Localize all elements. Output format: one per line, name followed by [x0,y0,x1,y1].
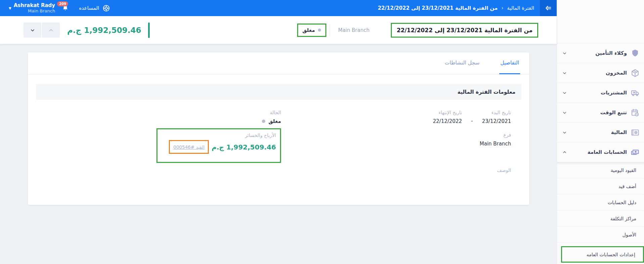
pnl-field: الأرباح والخسائر 1,992,509.46 ج.م القيد … [156,128,281,163]
sidebar-subitem-general-accounts-settings[interactable]: إعدادات الحسابات العامه [561,246,644,263]
calendar-clock-icon [631,108,640,117]
sidebar-item-label: المالية [611,129,627,135]
financial-period-card: التفاصيل سجل النشاطات معلومات الفترة الم… [28,52,529,205]
sidebar-item-purchases[interactable]: المشتريات [557,83,644,103]
general-accounts-submenu: القيود اليومية أضف قيد دليل الحسابات مرا… [557,162,644,263]
entry-link-annotation-box: القيد #000546 [169,140,209,154]
lifebuoy-icon [102,4,110,12]
chevron-down-icon [562,111,567,115]
branch-label: فرع [281,132,511,138]
status-label: الحالة [46,110,281,115]
help-button[interactable]: المساعده [79,4,110,12]
tabs-bar: التفاصيل سجل النشاطات [28,52,529,75]
page-header: من الفترة المالية 23/12/2021 إلى 22/12/2… [0,16,557,44]
sidebar-item-label: وكلاء التأمين [595,50,627,56]
header-branch-label: Main Branch [338,27,370,33]
user-names: Ashrakat Rady Main Branch [14,2,55,14]
user-branch: Main Branch [14,8,55,14]
branch-value: Main Branch [281,141,511,147]
prev-period-button[interactable] [42,23,60,38]
status-badge: مغلق [297,24,326,37]
status-field: الحالة مغلق [46,110,281,124]
breadcrumb-current: من الفترة المالية 23/12/2021 إلى 22/12/2… [378,5,498,11]
subitem-label: الأصول [623,232,636,237]
page-title: من الفترة المالية 23/12/2021 إلى 22/12/2… [391,23,538,38]
breadcrumb-parent[interactable]: الفترة المالية [507,5,534,11]
user-name: Ashrakat Rady [14,2,55,9]
main-column: الفترة المالية ‹ من الفترة المالية 23/12… [0,0,557,264]
sidebar-item-label: الحسابات العامة [588,149,627,155]
period-dates-field: تاريخ البدء 23/12/2021 - تاريخ الإنتهاء … [281,110,511,124]
subitem-label: القيود اليومية [611,168,636,173]
subitem-label: إعدادات الحسابات العامه [587,252,635,257]
chevron-down-icon [562,71,567,75]
sidebar-item-time-tracking[interactable]: تتبع الوقت [557,103,644,123]
section-title: معلومات الفترة المالية [36,84,521,100]
description-field: الوصف [281,168,511,176]
sidebar-subitem-assets[interactable]: الأصول [557,227,644,243]
topbar-left-cluster: المساعده 209 Ashrakat Rady Main Branch ▼ [0,2,110,14]
truck-icon [631,88,640,97]
topbar: الفترة المالية ‹ من الفترة المالية 23/12… [0,0,557,16]
content-area: التفاصيل سجل النشاطات معلومات الفترة الم… [0,44,557,264]
sidebar-item-insurance-agents[interactable]: وكلاء التأمين [557,43,644,63]
safe-icon [631,128,640,137]
sidebar-item-general-accounts[interactable]: الحسابات العامة [557,142,644,162]
subitem-label: دليل الحسابات [608,200,636,205]
next-period-button[interactable] [24,23,41,38]
sidebar-item-label: المخزون [606,70,627,76]
pnl-amount: 1,992,509.46 ج.م [212,143,276,151]
notifications-button[interactable]: 209 [62,5,69,12]
banknotes-icon [631,148,640,157]
chevron-up-icon [48,28,54,33]
tab-details[interactable]: التفاصيل [499,52,520,74]
branch-field: فرع Main Branch [281,132,511,160]
end-date-label: تاريخ الإنتهاء [433,110,462,115]
user-menu[interactable]: Ashrakat Rady Main Branch ▼ [6,2,55,14]
caret-down-icon: ▼ [9,6,11,10]
shield-icon [631,49,640,58]
chevron-down-icon [562,130,567,135]
empty-cell [46,168,281,176]
description-label: الوصف [281,168,511,173]
status-dot-icon [262,120,265,123]
sidebar: وكلاء التأمين المخزون المشتريات [557,0,644,264]
sidebar-subitem-chart-of-accounts[interactable]: دليل الحسابات [557,194,644,211]
end-date-value: 22/12/2022 [433,118,462,124]
pnl-field-cell: الأرباح والخسائر 1,992,509.46 ج.م القيد … [46,132,281,160]
package-icon [631,69,640,78]
collapse-arrow-icon [545,4,552,12]
chevron-down-icon [562,51,567,55]
sidebar-item-label: المشتريات [601,90,627,96]
chevron-up-icon [562,150,567,155]
sidebar-subitem-cost-centers[interactable]: مراكز التكلفة [557,211,644,227]
chevron-down-icon [562,91,567,95]
journal-entry-link[interactable]: القيد #000546 [173,144,204,150]
header-amount-cluster: 1,992,509.46 ج.م [24,23,150,38]
header-amount: 1,992,509.46 ج.م [67,26,141,35]
header-divider [330,25,330,36]
sidebar-subitem-journal-entries[interactable]: القيود اليومية [557,162,644,178]
notification-count-badge: 209 [57,1,68,6]
breadcrumb-chevron-icon: ‹ [501,5,503,11]
start-date-label: تاريخ البدء [482,110,511,115]
tab-activity-log[interactable]: سجل النشاطات [444,52,481,74]
status-badge-label: مغلق [303,27,315,33]
details-fields: تاريخ البدء 23/12/2021 - تاريخ الإنتهاء … [28,100,529,176]
subitem-label: مراكز التكلفة [610,216,636,221]
breadcrumb: الفترة المالية ‹ من الفترة المالية 23/12… [378,5,534,11]
status-value: مغلق [269,118,281,124]
sidebar-subitem-add-entry[interactable]: أضف قيد [557,178,644,194]
help-label: المساعده [79,5,99,11]
sidebar-item-inventory[interactable]: المخزون [557,63,644,83]
status-dot-icon [318,29,321,32]
subitem-label: أضف قيد [618,184,636,189]
app-root: وكلاء التأمين المخزون المشتريات [0,0,644,264]
amount-accent-bar [148,23,150,38]
sidebar-item-finance[interactable]: المالية [557,123,644,142]
chevron-down-icon [30,28,35,33]
sidebar-menu: وكلاء التأمين المخزون المشتريات [557,43,644,263]
start-date-field: تاريخ البدء 23/12/2021 [482,110,511,124]
sidebar-collapse-button[interactable] [540,0,557,16]
sidebar-item-label: تتبع الوقت [600,109,627,116]
